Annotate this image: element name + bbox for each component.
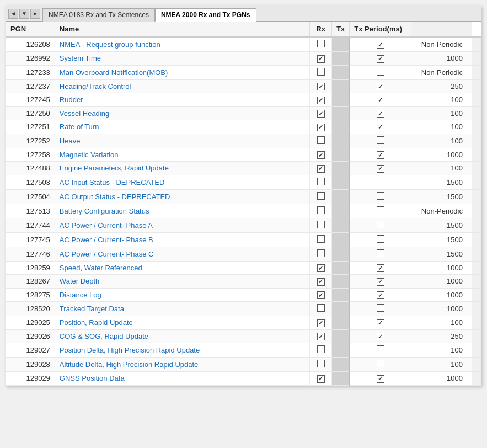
checkbox-rx[interactable] <box>317 333 325 340</box>
cell-rx[interactable] <box>310 343 332 358</box>
cell-tx[interactable] <box>350 316 411 330</box>
checkbox-rx[interactable] <box>317 55 325 63</box>
cell-rx[interactable] <box>310 37 332 52</box>
cell-tx[interactable] <box>350 261 411 275</box>
cell-name[interactable]: Engine Parameters, Rapid Update <box>55 162 309 175</box>
cell-rx[interactable] <box>310 204 332 218</box>
cell-rx[interactable] <box>310 232 332 247</box>
cell-rx[interactable] <box>310 358 332 372</box>
checkbox-tx[interactable] <box>377 165 384 173</box>
checkbox-rx[interactable] <box>317 291 325 299</box>
cell-tx[interactable] <box>350 134 411 148</box>
data-table-container[interactable]: PGN Name Rx Tx Tx Period(ms) 126208NMEA … <box>6 22 481 386</box>
cell-rx[interactable] <box>310 106 332 120</box>
cell-name[interactable]: GNSS Position Data <box>55 372 309 386</box>
cell-rx[interactable] <box>310 93 332 107</box>
checkbox-rx[interactable] <box>317 124 325 131</box>
cell-rx[interactable] <box>310 52 332 66</box>
cell-name[interactable]: AC Power / Current- Phase B <box>55 232 309 247</box>
checkbox-rx[interactable] <box>317 165 325 173</box>
cell-name[interactable]: Distance Log <box>55 288 309 302</box>
checkbox-tx[interactable] <box>377 333 384 340</box>
checkbox-rx[interactable] <box>317 40 325 47</box>
cell-name[interactable]: Speed, Water Referenced <box>55 261 309 275</box>
checkbox-rx[interactable] <box>317 264 325 272</box>
cell-tx[interactable] <box>350 343 411 358</box>
checkbox-tx[interactable] <box>377 221 384 228</box>
cell-tx[interactable] <box>350 162 411 175</box>
checkbox-tx[interactable] <box>377 110 384 118</box>
cell-tx[interactable] <box>350 52 411 66</box>
checkbox-rx[interactable] <box>317 68 325 76</box>
cell-tx[interactable] <box>350 148 411 162</box>
checkbox-rx[interactable] <box>317 235 325 243</box>
cell-name[interactable]: Rudder <box>55 93 309 107</box>
cell-tx[interactable] <box>350 189 411 204</box>
checkbox-tx[interactable] <box>377 206 384 214</box>
checkbox-rx[interactable] <box>317 206 325 214</box>
cell-name[interactable]: Position Delta, High Precision Rapid Upd… <box>55 343 309 358</box>
cell-tx[interactable] <box>350 175 411 189</box>
cell-name[interactable]: Magnetic Variation <box>55 148 309 162</box>
cell-name[interactable]: AC Input Status - DEPRECATED <box>55 175 309 189</box>
checkbox-rx[interactable] <box>317 97 325 104</box>
checkbox-tx[interactable] <box>377 264 384 272</box>
checkbox-rx[interactable] <box>317 83 325 90</box>
cell-tx[interactable] <box>350 65 411 79</box>
checkbox-tx[interactable] <box>377 291 384 299</box>
checkbox-tx[interactable] <box>377 304 384 312</box>
checkbox-tx[interactable] <box>377 136 384 144</box>
cell-rx[interactable] <box>310 372 332 386</box>
checkbox-tx[interactable] <box>377 375 384 383</box>
checkbox-rx[interactable] <box>317 304 325 312</box>
cell-name[interactable]: Vessel Heading <box>55 106 309 120</box>
cell-rx[interactable] <box>310 175 332 189</box>
checkbox-tx[interactable] <box>377 151 384 159</box>
cell-name[interactable]: Altitude Delta, High Precision Rapid Upd… <box>55 358 309 372</box>
cell-rx[interactable] <box>310 288 332 302</box>
checkbox-rx[interactable] <box>317 136 325 144</box>
cell-name[interactable]: Water Depth <box>55 275 309 289</box>
cell-rx[interactable] <box>310 261 332 275</box>
checkbox-tx[interactable] <box>377 192 384 200</box>
cell-tx[interactable] <box>350 120 411 134</box>
cell-rx[interactable] <box>310 329 332 343</box>
cell-name[interactable]: Heading/Track Control <box>55 79 309 93</box>
tab-dropdown-button[interactable]: ▼ <box>19 9 29 19</box>
checkbox-tx[interactable] <box>377 278 384 286</box>
cell-name[interactable]: Rate of Turn <box>55 120 309 134</box>
cell-name[interactable]: Battery Configuration Status <box>55 204 309 218</box>
checkbox-rx[interactable] <box>317 345 325 353</box>
tab-prev-button[interactable]: ◄ <box>8 9 18 19</box>
checkbox-tx[interactable] <box>377 97 384 104</box>
cell-name[interactable]: AC Power / Current- Phase A <box>55 218 309 232</box>
cell-tx[interactable] <box>350 204 411 218</box>
cell-name[interactable]: COG & SOG, Rapid Update <box>55 329 309 343</box>
checkbox-rx[interactable] <box>317 278 325 286</box>
cell-name[interactable]: System Time <box>55 52 309 66</box>
checkbox-tx[interactable] <box>377 345 384 353</box>
cell-rx[interactable] <box>310 134 332 148</box>
checkbox-rx[interactable] <box>317 249 325 257</box>
checkbox-rx[interactable] <box>317 151 325 159</box>
cell-name[interactable]: Position, Rapid Update <box>55 316 309 330</box>
checkbox-rx[interactable] <box>317 110 325 118</box>
cell-tx[interactable] <box>350 302 411 316</box>
checkbox-rx[interactable] <box>317 192 325 200</box>
cell-rx[interactable] <box>310 247 332 261</box>
cell-tx[interactable] <box>350 275 411 289</box>
cell-rx[interactable] <box>310 162 332 175</box>
checkbox-tx[interactable] <box>377 178 384 185</box>
cell-rx[interactable] <box>310 189 332 204</box>
cell-tx[interactable] <box>350 93 411 107</box>
checkbox-rx[interactable] <box>317 360 325 367</box>
cell-rx[interactable] <box>310 275 332 289</box>
checkbox-tx[interactable] <box>377 55 384 63</box>
cell-tx[interactable] <box>350 79 411 93</box>
checkbox-tx[interactable] <box>377 124 384 131</box>
cell-name[interactable]: AC Power / Current- Phase C <box>55 247 309 261</box>
checkbox-rx[interactable] <box>317 221 325 228</box>
cell-name[interactable]: Tracked Target Data <box>55 302 309 316</box>
cell-name[interactable]: NMEA - Request group function <box>55 37 309 52</box>
cell-name[interactable]: AC Output Status - DEPRECATED <box>55 189 309 204</box>
